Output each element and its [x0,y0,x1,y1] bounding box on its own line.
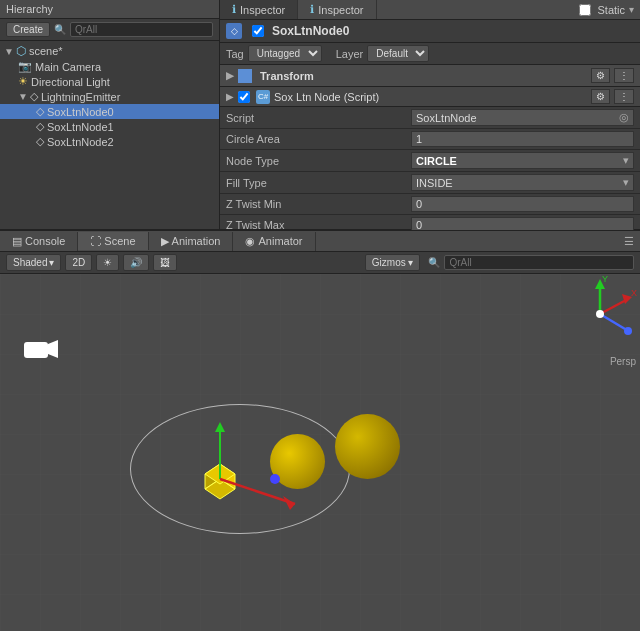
script-active-checkbox[interactable] [238,91,250,103]
transform-header-right: ⚙ ⋮ [591,68,634,83]
y-axis-arrow-head [215,422,225,432]
animator-label: Animator [258,235,302,247]
hierarchy-item-sox-ltn-node1[interactable]: ◇ SoxLtnNode1 [0,119,219,134]
script-fold-arrow[interactable]: ▶ [226,91,234,102]
lightning-emitter-label: LightningEmitter [41,91,121,103]
tab-animation[interactable]: ▶ Animation [149,232,234,251]
script-value[interactable]: SoxLtnNode ◎ [411,109,634,126]
circle-area-label: Circle Area [226,133,411,145]
gizmos-button[interactable]: Gizmos ▾ [365,254,421,271]
node-type-label: Node Type [226,155,411,167]
fill-type-dropdown[interactable]: INSIDE ▾ [411,174,634,191]
arrow-icon: ▼ [4,46,14,57]
create-button[interactable]: Create [6,22,50,37]
audio-button[interactable]: 🔊 [123,254,149,271]
tab-scene[interactable]: ⛶ Scene [78,232,148,250]
svg-point-19 [624,327,632,335]
image-icon: 🖼 [160,257,170,268]
inspector-object-header: ◇ SoxLtnNode0 [220,20,640,43]
console-icon: ▤ [12,235,22,248]
script-settings-btn[interactable]: ⚙ [591,89,610,104]
scene-tab-icon: ⛶ [90,235,101,247]
hierarchy-search[interactable] [70,22,213,37]
object-name: SoxLtnNode0 [272,24,349,38]
sun-icon: ☀ [103,257,112,268]
inspector-tab1-icon: ℹ [232,3,236,16]
gameobject-icon2: ◇ [36,105,44,118]
node-type-dropdown[interactable]: CIRCLE ▾ [411,152,634,169]
x-axis-arrow [210,464,310,514]
sox-ltn-node2-object[interactable] [335,414,400,479]
camera-icon: 📷 [18,60,32,73]
inspector-tab1[interactable]: ℹ Inspector [220,0,298,19]
image-effect-button[interactable]: 🖼 [153,254,177,271]
svg-line-15 [600,299,628,314]
animation-icon: ▶ [161,235,169,248]
sox-ltn-node2-label: SoxLtnNode2 [47,136,114,148]
script-ref-icon: ◎ [619,111,629,124]
object-active-checkbox[interactable] [252,25,264,37]
tabs-more-icon[interactable]: ☰ [624,235,634,247]
hierarchy-item-main-camera[interactable]: 📷 Main Camera [0,59,219,74]
hierarchy-item-sox-ltn-node0[interactable]: ◇ SoxLtnNode0 [0,104,219,119]
tag-dropdown[interactable]: Untagged [248,45,322,62]
hierarchy-items-list: ▼ ⬡ scene* 📷 Main Camera ☀ Directional L… [0,41,219,151]
sox-ltn-node1-label: SoxLtnNode1 [47,121,114,133]
lighting-button[interactable]: ☀ [96,254,119,271]
hierarchy-item-directional-light[interactable]: ☀ Directional Light [0,74,219,89]
inspector-tab2-icon: ℹ [310,3,314,16]
light-icon: ☀ [18,75,28,88]
layer-label: Layer [336,48,364,60]
hierarchy-item-sox-ltn-node2[interactable]: ◇ SoxLtnNode2 [0,134,219,149]
search-icon-scene: 🔍 [428,257,440,268]
static-label: Static [597,4,625,16]
transform-header: ▶ Transform ⚙ ⋮ [220,65,640,87]
gizmos-label: Gizmos ▾ [372,257,414,268]
scene-label: Scene [104,235,135,247]
field-node-type: Node Type CIRCLE ▾ [220,150,640,172]
svg-marker-11 [283,496,295,510]
gameobject-icon: ◇ [30,90,38,103]
sox-ltn-node0-label: SoxLtnNode0 [47,106,114,118]
inspector-tab2[interactable]: ℹ Inspector [298,0,376,19]
scene-3d-objects [0,274,640,631]
z-twist-min-value[interactable] [411,196,634,212]
transform-settings-btn[interactable]: ⚙ [591,68,610,83]
scene-search[interactable] [444,255,634,270]
script-menu-btn[interactable]: ⋮ [614,89,634,104]
svg-line-18 [600,314,625,329]
2d-button[interactable]: 2D [65,254,92,271]
scene-view[interactable]: Y X Persp [0,274,640,631]
hierarchy-item-lightning-emitter[interactable]: ▼ ◇ LightningEmitter [0,89,219,104]
animation-label: Animation [172,235,221,247]
object-icon: ◇ [226,23,242,39]
inspector-tag-row: Tag Untagged Layer Default [220,43,640,65]
directional-light-label: Directional Light [31,76,110,88]
inspector-tabs: ℹ Inspector ℹ Inspector Static ▾ [220,0,640,20]
scene-icon: ⬡ [16,44,26,58]
tabs-right-area: ☰ [624,235,640,248]
svg-text:Y: Y [602,274,608,284]
fill-type-label: Fill Type [226,177,411,189]
hierarchy-item-scene[interactable]: ▼ ⬡ scene* [0,43,219,59]
shaded-button[interactable]: Shaded ▾ [6,254,61,271]
hierarchy-header: Hierarchy [0,0,219,19]
node-type-arrow: ▾ [623,154,629,167]
layer-dropdown[interactable]: Default [367,45,429,62]
transform-fold-arrow[interactable]: ▶ [226,70,234,81]
tab-animator[interactable]: ◉ Animator [233,232,315,251]
inspector-panel: ℹ Inspector ℹ Inspector Static ▾ ◇ SoxLt… [220,0,640,230]
static-checkbox[interactable] [579,4,591,16]
script-icon: C# [256,90,270,104]
transform-menu-btn[interactable]: ⋮ [614,68,634,83]
transform-icon [238,69,252,83]
tab-console[interactable]: ▤ Console [0,232,78,251]
gizmo-widget: Y X Persp [560,274,640,364]
transform-label: Transform [260,70,314,82]
field-fill-type: Fill Type INSIDE ▾ [220,172,640,194]
arrow-icon: ▼ [18,91,28,102]
z-axis-dot [270,474,280,484]
circle-area-value[interactable] [411,131,634,147]
shaded-arrow: ▾ [49,257,54,268]
field-z-twist-min: Z Twist Min [220,194,640,215]
